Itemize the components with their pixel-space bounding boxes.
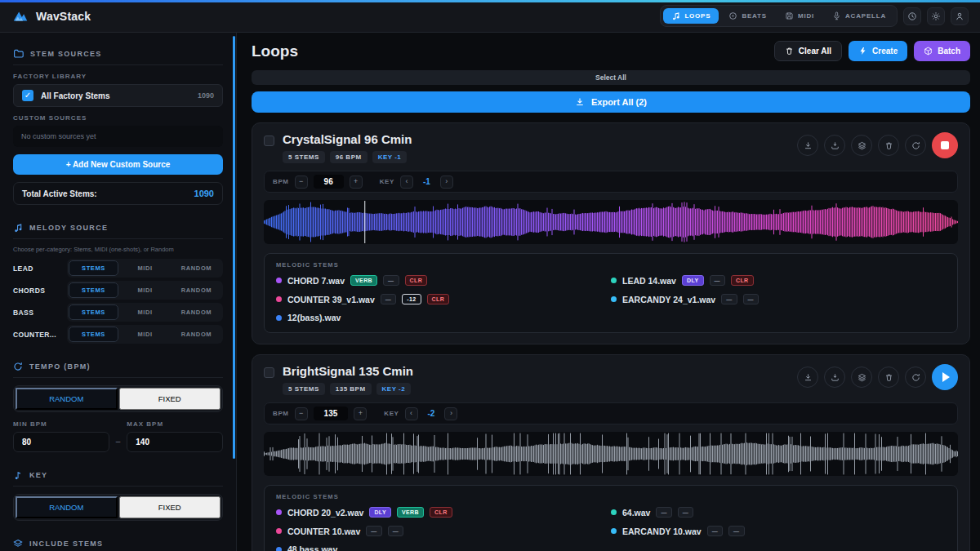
batch-label: Batch xyxy=(938,47,960,56)
history-button[interactable] xyxy=(903,7,921,25)
tempo-random-option[interactable]: RANDOM xyxy=(16,388,118,410)
fx-clr-chip[interactable]: CLR xyxy=(427,294,450,304)
fx-dly-chip[interactable]: DLY xyxy=(369,507,391,518)
melody-option-midi[interactable]: MIDI xyxy=(120,260,170,276)
bpm-increase-button[interactable]: + xyxy=(354,407,367,420)
download-stems-button[interactable] xyxy=(824,367,845,388)
stems-layers-button[interactable] xyxy=(851,367,872,388)
loop-select-checkbox[interactable] xyxy=(264,367,274,378)
add-custom-source-button[interactable]: + Add New Custom Source xyxy=(13,154,223,175)
fx-dash-chip[interactable]: — xyxy=(678,507,693,518)
fx-clr-chip[interactable]: CLR xyxy=(731,275,754,286)
factory-stems-checkbox[interactable]: ✓ xyxy=(22,90,33,101)
microphone-icon xyxy=(832,11,841,20)
download-stems-button[interactable] xyxy=(824,135,845,156)
select-all-button[interactable]: Select All xyxy=(252,70,970,85)
create-button[interactable]: Create xyxy=(849,41,907,61)
fx-dly-chip[interactable]: DLY xyxy=(682,275,704,286)
fx-dash-chip[interactable]: — xyxy=(728,526,744,536)
melody-option-midi[interactable]: MIDI xyxy=(120,327,170,342)
stem-item: COUNTER 10.wav —— xyxy=(276,526,611,536)
fx-dash-chip[interactable]: — xyxy=(381,294,396,304)
melody-option-random[interactable]: RANDOM xyxy=(172,260,221,276)
melody-row: CHORDS STEMS MIDI RANDOM xyxy=(13,281,223,300)
tab-loops[interactable]: LOOPS xyxy=(663,8,719,24)
loop-badges: 5 STEMS135 BPMKEY -2 xyxy=(283,383,413,395)
melody-option-stems[interactable]: STEMS xyxy=(69,327,118,342)
transport-button[interactable] xyxy=(932,132,958,158)
fx-verb-chip[interactable]: VERB xyxy=(397,507,424,518)
music-note-icon xyxy=(671,11,680,20)
stem-name: EARCANDY 24_v1.wav xyxy=(622,295,715,304)
fx-dash-chip[interactable]: — xyxy=(721,294,737,304)
stem-item: CHORD 20_v2.wav DLYVERBCLR xyxy=(276,507,611,518)
melody-option-stems[interactable]: STEMS xyxy=(69,304,118,320)
key-fixed-option[interactable]: FIXED xyxy=(119,496,221,518)
melody-option-random[interactable]: RANDOM xyxy=(172,282,221,298)
tab-beats[interactable]: BEATS xyxy=(720,8,775,24)
total-active-stems-value: 1090 xyxy=(194,189,214,198)
min-bpm-input[interactable] xyxy=(13,432,109,452)
fx-pitch-chip[interactable]: -12 xyxy=(402,294,421,304)
fx-clr-chip[interactable]: CLR xyxy=(405,275,428,286)
melody-option-random[interactable]: RANDOM xyxy=(172,304,221,320)
export-all-button[interactable]: Export All (2) xyxy=(252,91,970,113)
regenerate-loop-button[interactable] xyxy=(905,135,926,156)
tempo-fixed-option[interactable]: FIXED xyxy=(119,388,221,410)
melody-option-midi[interactable]: MIDI xyxy=(120,282,170,298)
tab-midi[interactable]: MIDI xyxy=(777,8,822,24)
waveform[interactable] xyxy=(264,432,958,476)
max-bpm-input[interactable] xyxy=(127,432,223,452)
key-value: -1 xyxy=(419,177,434,186)
bpm-value[interactable]: 135 xyxy=(314,407,349,420)
tab-acapella[interactable]: ACAPELLA xyxy=(824,8,894,24)
bpm-value[interactable]: 96 xyxy=(314,175,344,189)
tempo-header: TEMPO (BPM) xyxy=(13,356,223,378)
fx-verb-chip[interactable]: VERB xyxy=(350,275,377,286)
key-up-button[interactable]: › xyxy=(444,407,457,420)
clear-all-button[interactable]: Clear All xyxy=(774,41,842,61)
batch-button[interactable]: Batch xyxy=(914,41,970,61)
melody-option-stems[interactable]: STEMS xyxy=(69,282,118,298)
key-down-button[interactable]: ‹ xyxy=(400,176,413,189)
delete-loop-button[interactable] xyxy=(878,367,899,388)
bpm-label: BPM xyxy=(273,410,289,417)
stems-layers-button[interactable] xyxy=(851,135,872,156)
trash-icon xyxy=(785,47,794,56)
sidebar-scrollbar[interactable] xyxy=(233,36,235,459)
fx-dash-chip[interactable]: — xyxy=(366,526,381,536)
factory-library-label: FACTORY LIBRARY xyxy=(13,73,223,80)
factory-stems-row[interactable]: ✓ All Factory Stems 1090 xyxy=(13,84,223,107)
fx-dash-chip[interactable]: — xyxy=(656,507,671,518)
fx-clr-chip[interactable]: CLR xyxy=(430,507,452,518)
waveform[interactable] xyxy=(264,200,958,244)
play-icon xyxy=(942,372,950,382)
fx-dash-chip[interactable]: — xyxy=(710,275,725,286)
bpm-decrease-button[interactable]: − xyxy=(295,176,308,189)
melody-source-title: MELODY SOURCE xyxy=(29,224,108,232)
download-loop-button[interactable] xyxy=(797,135,818,156)
music-note-icon xyxy=(13,223,23,233)
loop-badge: 135 BPM xyxy=(330,383,372,395)
key-up-button[interactable]: › xyxy=(440,176,453,189)
delete-loop-button[interactable] xyxy=(878,135,899,156)
key-down-button[interactable]: ‹ xyxy=(405,407,418,420)
fx-dash-chip[interactable]: — xyxy=(388,526,403,536)
account-button[interactable] xyxy=(951,7,969,25)
fx-dash-chip[interactable]: — xyxy=(383,275,399,286)
melody-option-random[interactable]: RANDOM xyxy=(172,327,221,342)
bpm-decrease-button[interactable]: − xyxy=(295,407,308,420)
loop-select-checkbox[interactable] xyxy=(264,136,274,146)
fx-dash-chip[interactable]: — xyxy=(707,526,723,536)
fx-dash-chip[interactable]: — xyxy=(743,294,759,304)
disc-icon xyxy=(728,11,737,20)
download-loop-button[interactable] xyxy=(797,367,818,388)
settings-button[interactable] xyxy=(927,7,945,25)
transport-button[interactable] xyxy=(932,364,958,390)
melody-option-stems[interactable]: STEMS xyxy=(69,260,118,276)
regenerate-loop-button[interactable] xyxy=(905,367,926,388)
bpm-increase-button[interactable]: + xyxy=(350,176,363,189)
download-tray-icon xyxy=(831,373,840,382)
melody-option-midi[interactable]: MIDI xyxy=(120,304,170,320)
key-random-option[interactable]: RANDOM xyxy=(16,496,118,518)
